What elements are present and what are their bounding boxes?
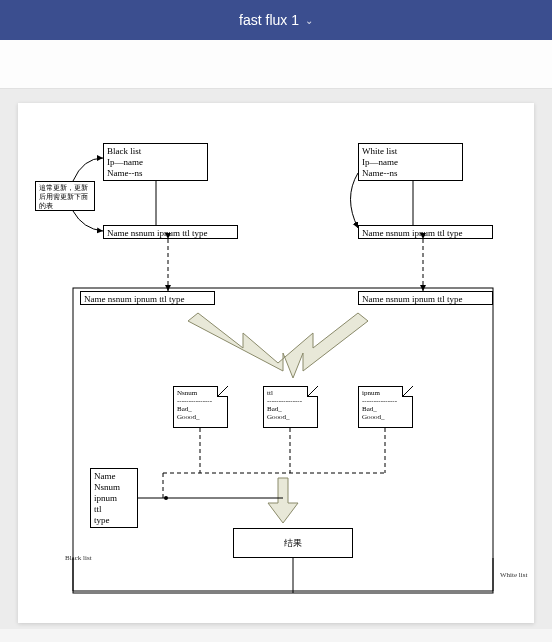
title-bar: fast flux 1 ⌄ [0, 0, 552, 40]
ribbon-area [0, 40, 552, 89]
detail-box[interactable]: Name Nsnum ipnum ttl type [90, 468, 138, 528]
record-top-left[interactable]: Name nsnum ipnum ttl type [103, 225, 238, 239]
record-mid-left[interactable]: Name nsnum ipnum ttl type [80, 291, 215, 305]
canvas-area[interactable]: Black list Ip—name Name--ns White list I… [0, 89, 552, 629]
label-whitelist: White list [500, 571, 527, 579]
record-mid-right[interactable]: Name nsnum ipnum ttl type [358, 291, 493, 305]
record-top-right[interactable]: Name nsnum ipnum ttl type [358, 225, 493, 239]
update-note-box[interactable]: 追常更新，更新后用需更新下面的表 [35, 181, 95, 211]
result-box[interactable]: 结果 [233, 528, 353, 558]
note-ipnum[interactable]: ipnum --------------- Bad_ Goood_ [358, 386, 413, 428]
blacklist-box[interactable]: Black list Ip—name Name--ns [103, 143, 208, 181]
drawing-page[interactable]: Black list Ip—name Name--ns White list I… [18, 103, 534, 623]
chevron-down-icon[interactable]: ⌄ [305, 15, 313, 26]
doc-title[interactable]: fast flux 1 [239, 12, 299, 28]
whitelist-box[interactable]: White list Ip—name Name--ns [358, 143, 463, 181]
note-nsnum[interactable]: Nsnum --------------- Bad_ Goood_ [173, 386, 228, 428]
svg-point-9 [164, 496, 168, 500]
label-blacklist: Black list [65, 554, 92, 562]
note-ttl[interactable]: ttl --------------- Bad_ Goood_ [263, 386, 318, 428]
